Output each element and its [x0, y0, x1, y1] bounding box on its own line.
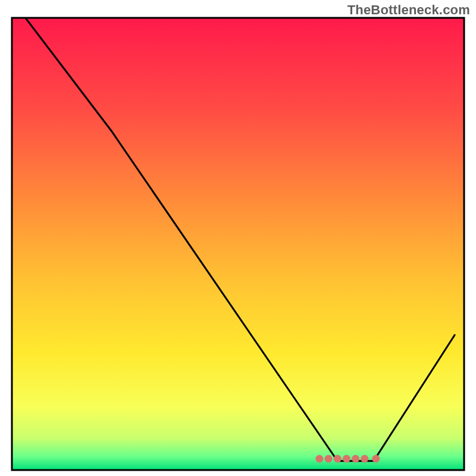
marker-dot: [343, 455, 350, 463]
marker-dot: [352, 455, 359, 463]
marker-dot: [325, 455, 333, 463]
chart-root: TheBottleneck.com: [0, 0, 476, 476]
plot-area: [12, 18, 464, 470]
gradient-background: [12, 18, 464, 470]
chart-svg: [0, 0, 476, 476]
marker-dot: [315, 455, 323, 463]
watermark-text: TheBottleneck.com: [347, 2, 470, 18]
marker-dot: [361, 455, 368, 463]
marker-dot: [334, 455, 342, 463]
marker-dot: [372, 455, 380, 463]
